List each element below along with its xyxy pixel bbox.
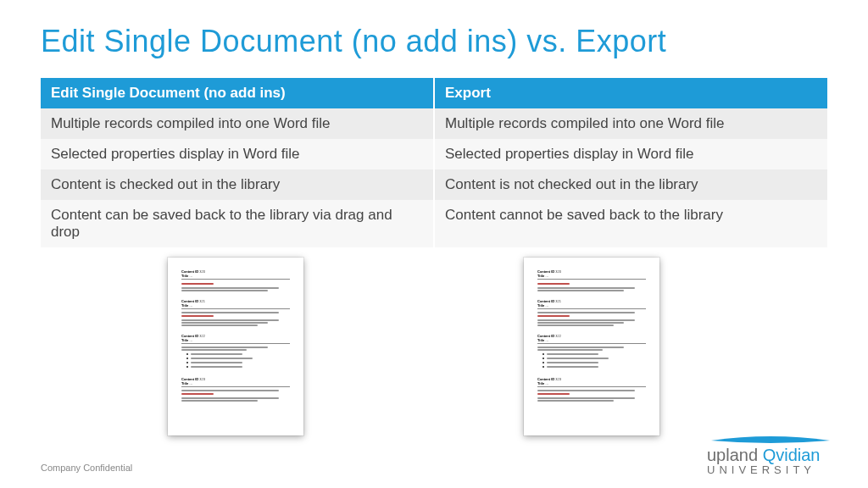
- cell: Selected properties display in Word file: [434, 139, 827, 169]
- word-document-thumbnail: Content ID 320Title … Content ID 321Titl…: [524, 258, 659, 435]
- table-row: Selected properties display in Word file…: [41, 139, 827, 169]
- cell: Multiple records compiled into one Word …: [434, 108, 827, 139]
- page-title: Edit Single Document (no add ins) vs. Ex…: [41, 24, 827, 59]
- brand-subtitle: UNIVERSITY: [707, 463, 834, 476]
- cell: Multiple records compiled into one Word …: [41, 108, 434, 139]
- cell: Selected properties display in Word file: [41, 139, 434, 169]
- table-row: Content is checked out in the library Co…: [41, 169, 827, 200]
- footer-confidential: Company Confidential: [41, 463, 132, 473]
- thumbnail-row: Content ID 320Title … Content ID 321Titl…: [41, 258, 827, 435]
- swoosh-icon: [707, 435, 834, 447]
- cell: Content can be saved back to the library…: [41, 200, 434, 247]
- brand-word-upland: upland: [707, 446, 758, 464]
- brand-word-qvidian: Qvidian: [763, 446, 821, 464]
- cell: Content is checked out in the library: [41, 169, 434, 200]
- comparison-table: Edit Single Document (no add ins) Export…: [41, 78, 827, 247]
- brand-wordmark: upland Qvidian: [707, 446, 834, 465]
- table-row: Multiple records compiled into one Word …: [41, 108, 827, 139]
- cell: Content cannot be saved back to the libr…: [434, 200, 827, 247]
- cell: Content is not checked out in the librar…: [434, 169, 827, 200]
- table-row: Content can be saved back to the library…: [41, 200, 827, 247]
- slide: Edit Single Document (no add ins) vs. Ex…: [0, 0, 868, 488]
- col-header-right: Export: [434, 78, 827, 108]
- brand-logo: upland Qvidian UNIVERSITY: [707, 435, 834, 476]
- word-document-thumbnail: Content ID 320Title … Content ID 321Titl…: [168, 258, 303, 435]
- col-header-left: Edit Single Document (no add ins): [41, 78, 434, 108]
